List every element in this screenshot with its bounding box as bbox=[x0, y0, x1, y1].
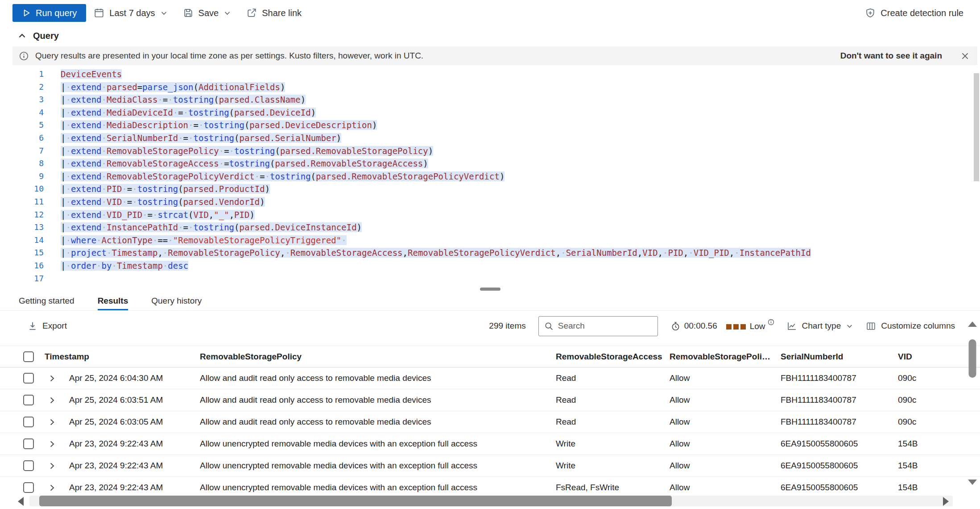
scroll-left-arrow[interactable] bbox=[18, 497, 24, 506]
expand-row-icon[interactable] bbox=[48, 418, 56, 426]
expand-row-icon[interactable] bbox=[48, 396, 56, 404]
resource-usage-label: Low bbox=[750, 321, 765, 331]
cell-removablestorageaccess: FsRead, FsWrite bbox=[556, 483, 670, 492]
code-line[interactable]: 12|·extend·VID_PID·=·strcat(VID,"_",PID) bbox=[0, 209, 980, 221]
play-icon bbox=[22, 8, 31, 17]
code-line[interactable]: 7|·extend·RemovableStoragePolicy·=·tostr… bbox=[0, 145, 980, 158]
table-row[interactable]: Apr 25, 2024 6:03:05 AMAllow and audit r… bbox=[0, 411, 980, 433]
kusto-query-editor[interactable]: 1DeviceEvents2|·extend·parsed=parse_json… bbox=[0, 67, 980, 287]
code-line[interactable]: 3|·extend·MediaClass·=·tostring(parsed.C… bbox=[0, 93, 980, 106]
expand-row-icon[interactable] bbox=[48, 484, 56, 492]
query-section-title: Query bbox=[33, 31, 59, 41]
cell-serialnumberid: FBH1111183400787 bbox=[781, 417, 898, 427]
cell-serialnumberid: 6EA9150055800605 bbox=[781, 439, 898, 449]
table-row[interactable]: Apr 23, 2024 9:22:43 AMAllow unencrypted… bbox=[0, 455, 980, 477]
vertical-scrollbar-thumb[interactable] bbox=[969, 339, 976, 378]
timezone-info-banner: Query results are presented in your loca… bbox=[12, 46, 977, 65]
scroll-down-arrow[interactable] bbox=[968, 480, 977, 485]
code-line[interactable]: 14|·where·ActionType·==·"RemovableStorag… bbox=[0, 234, 980, 247]
search-input[interactable] bbox=[558, 321, 652, 331]
chart-type-dropdown[interactable]: Chart type bbox=[787, 321, 854, 331]
cell-timestamp: Apr 25, 2024 6:03:05 AM bbox=[65, 417, 200, 427]
row-checkbox[interactable] bbox=[23, 417, 34, 427]
code-line[interactable]: 16|·order·by·Timestamp·desc bbox=[0, 259, 980, 272]
chevron-up-icon[interactable] bbox=[18, 32, 26, 40]
cell-timestamp: Apr 25, 2024 6:04:30 AM bbox=[65, 373, 200, 383]
line-number: 12 bbox=[0, 209, 44, 221]
row-checkbox[interactable] bbox=[23, 482, 34, 493]
code-line[interactable]: 10|·extend·PID·=·tostring(parsed.Product… bbox=[0, 183, 980, 196]
cell-serialnumberid: FBH1111183400787 bbox=[781, 373, 898, 383]
tab-getting-started[interactable]: Getting started bbox=[19, 296, 74, 310]
select-all-checkbox[interactable] bbox=[23, 351, 34, 362]
search-box[interactable] bbox=[538, 316, 658, 336]
tab-query-history[interactable]: Query history bbox=[151, 296, 202, 310]
customize-columns-label: Customize columns bbox=[881, 321, 955, 331]
query-section-header[interactable]: Query bbox=[0, 26, 980, 46]
column-header-removablestoragepolicy[interactable]: RemovableStoragePolicy bbox=[200, 352, 556, 362]
expand-row-icon[interactable] bbox=[48, 375, 56, 382]
close-icon[interactable] bbox=[961, 52, 969, 60]
elapsed-time: 00:00.56 bbox=[684, 321, 717, 331]
info-icon[interactable] bbox=[768, 319, 774, 325]
row-checkbox[interactable] bbox=[23, 460, 34, 471]
line-number: 15 bbox=[0, 246, 44, 259]
resource-square bbox=[726, 324, 732, 330]
banner-dismiss-button[interactable]: Don't want to see it again bbox=[840, 51, 942, 61]
export-label: Export bbox=[42, 321, 67, 331]
line-number: 9 bbox=[0, 170, 44, 183]
table-row[interactable]: Apr 25, 2024 6:04:30 AMAllow and audit r… bbox=[0, 367, 980, 389]
row-checkbox[interactable] bbox=[23, 373, 34, 384]
create-detection-rule-button[interactable]: Create detection rule bbox=[857, 4, 971, 22]
line-number: 14 bbox=[0, 234, 44, 247]
column-header-timestamp[interactable]: Timestamp bbox=[45, 352, 200, 362]
line-number: 16 bbox=[0, 259, 44, 272]
code-line[interactable]: 6|·extend·SerialNumberId·=·tostring(pars… bbox=[0, 132, 980, 145]
cell-removablestorageaccess: Write bbox=[556, 439, 670, 449]
code-line[interactable]: 8|·extend·RemovableStorageAccess·=tostri… bbox=[0, 157, 980, 170]
code-line[interactable]: 11|·extend·VID·=·tostring(parsed.VendorI… bbox=[0, 196, 980, 209]
code-line[interactable]: 2|·extend·parsed=parse_json(AdditionalFi… bbox=[0, 81, 980, 94]
tab-results[interactable]: Results bbox=[98, 296, 128, 310]
table-row[interactable]: Apr 23, 2024 9:22:43 AMAllow unencrypted… bbox=[0, 433, 980, 455]
scroll-right-arrow[interactable] bbox=[943, 497, 949, 506]
customize-columns-button[interactable]: Customize columns bbox=[866, 321, 955, 331]
code-line[interactable]: 13|·extend·InstancePathId·=·tostring(par… bbox=[0, 221, 980, 234]
share-link-button[interactable]: Share link bbox=[239, 4, 309, 22]
row-checkbox[interactable] bbox=[23, 395, 34, 405]
cell-removablestoragepolicy: Allow unencrypted removable media device… bbox=[200, 439, 556, 449]
line-number: 8 bbox=[0, 157, 44, 170]
code-line[interactable]: 4|·extend·MediaDeviceId·=·tostring(parse… bbox=[0, 106, 980, 119]
results-vertical-scrollbar[interactable] bbox=[967, 320, 978, 487]
chart-type-label: Chart type bbox=[802, 321, 841, 331]
cell-removablestoragepolicyverdict: Allow bbox=[670, 483, 781, 492]
code-line[interactable]: 17 bbox=[0, 272, 980, 285]
expand-row-icon[interactable] bbox=[48, 462, 56, 470]
table-row[interactable]: Apr 25, 2024 6:03:51 AMAllow and audit r… bbox=[0, 389, 980, 411]
scroll-up-arrow[interactable] bbox=[968, 321, 977, 327]
code-line[interactable]: 15|·project·Timestamp,·RemovableStorageP… bbox=[0, 246, 980, 259]
line-number: 2 bbox=[0, 81, 44, 94]
column-header-serialnumberid[interactable]: SerialNumberId bbox=[781, 352, 898, 362]
cell-removablestoragepolicyverdict: Allow bbox=[670, 439, 781, 449]
code-line[interactable]: 9|·extend·RemovableStoragePolicyVerdict·… bbox=[0, 170, 980, 183]
save-dropdown[interactable]: Save bbox=[175, 4, 239, 22]
resource-usage-squares bbox=[726, 324, 746, 330]
splitter-handle[interactable] bbox=[480, 288, 500, 291]
row-checkbox[interactable] bbox=[23, 438, 34, 449]
line-number: 4 bbox=[0, 106, 44, 119]
run-query-button[interactable]: Run query bbox=[12, 4, 86, 22]
code-line[interactable]: 1DeviceEvents bbox=[0, 68, 980, 81]
code-line[interactable]: 5|·extend·MediaDescription·=·tostring(pa… bbox=[0, 119, 980, 132]
export-button[interactable]: Export bbox=[28, 321, 67, 331]
editor-scrollbar-thumb[interactable] bbox=[974, 73, 979, 181]
column-header-removablestoragepolicyverdict[interactable]: RemovableStoragePolicyVer... bbox=[670, 352, 781, 362]
cell-removablestoragepolicyverdict: Allow bbox=[670, 417, 781, 427]
expand-row-icon[interactable] bbox=[48, 440, 56, 448]
horizontal-scrollbar-thumb[interactable] bbox=[39, 496, 672, 506]
cell-timestamp: Apr 23, 2024 9:22:43 AM bbox=[65, 439, 200, 449]
time-range-dropdown[interactable]: Last 7 days bbox=[86, 4, 175, 22]
horizontal-scrollbar[interactable] bbox=[0, 494, 980, 508]
export-icon bbox=[28, 321, 37, 331]
column-header-removablestorageaccess[interactable]: RemovableStorageAccess bbox=[556, 352, 670, 362]
